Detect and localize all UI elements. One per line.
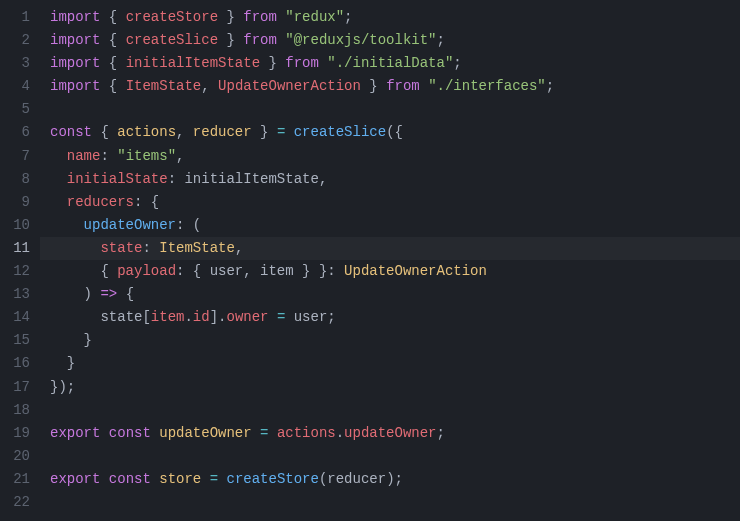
line-number: 7: [0, 145, 30, 168]
token-punc: ;: [437, 32, 445, 48]
token-fn: createSlice: [294, 124, 386, 140]
token-punc: });: [50, 379, 75, 395]
token-punc: ;: [327, 309, 335, 325]
token-id: updateOwner: [344, 425, 436, 441]
code-line[interactable]: import { createStore } from "redux";: [50, 6, 740, 29]
token-punc: }: [260, 55, 285, 71]
token-fn: createStore: [226, 471, 318, 487]
token-punc: [50, 217, 84, 233]
token-punc: [50, 171, 67, 187]
line-number: 22: [0, 491, 30, 514]
token-var: reducer: [327, 471, 386, 487]
code-line[interactable]: ) => {: [50, 283, 740, 306]
token-punc: {: [92, 124, 117, 140]
code-line[interactable]: }: [50, 352, 740, 375]
code-line[interactable]: state: ItemState,: [40, 237, 740, 260]
token-punc: [252, 425, 260, 441]
code-line[interactable]: name: "items",: [50, 145, 740, 168]
code-line[interactable]: updateOwner: (: [50, 214, 740, 237]
token-punc: }: [50, 332, 92, 348]
code-line[interactable]: [50, 98, 740, 121]
token-kw: import: [50, 78, 100, 94]
token-prop: initialState: [67, 171, 168, 187]
token-punc: [100, 425, 108, 441]
code-line[interactable]: initialState: initialItemState,: [50, 168, 740, 191]
line-number: 19: [0, 422, 30, 445]
code-line[interactable]: [50, 491, 740, 514]
token-punc: [268, 425, 276, 441]
token-var: initialItemState: [184, 171, 318, 187]
line-number: 14: [0, 306, 30, 329]
token-type: store: [159, 471, 201, 487]
token-punc: }: [252, 124, 277, 140]
token-punc: [285, 309, 293, 325]
token-punc: : {: [176, 263, 210, 279]
token-punc: [151, 425, 159, 441]
token-id: UpdateOwnerAction: [218, 78, 361, 94]
code-line[interactable]: }: [50, 329, 740, 352]
token-punc: ;: [546, 78, 554, 94]
token-id: createStore: [126, 9, 218, 25]
token-punc: :: [100, 148, 117, 164]
token-str: "./interfaces": [428, 78, 546, 94]
line-number: 13: [0, 283, 30, 306]
token-str: "./initialData": [327, 55, 453, 71]
token-punc: [420, 78, 428, 94]
token-punc: ,: [176, 124, 193, 140]
token-fn: updateOwner: [84, 217, 176, 233]
code-line[interactable]: });: [50, 376, 740, 399]
token-prop: name: [67, 148, 101, 164]
code-line[interactable]: state[item.id].owner = user;: [50, 306, 740, 329]
token-str: "@reduxjs/toolkit": [285, 32, 436, 48]
token-punc: ;: [453, 55, 461, 71]
code-editor[interactable]: 12345678910111213141516171819202122 impo…: [0, 0, 740, 514]
line-number: 9: [0, 191, 30, 214]
line-number: 18: [0, 399, 30, 422]
line-number: 4: [0, 75, 30, 98]
code-line[interactable]: [50, 399, 740, 422]
token-punc: ;: [437, 425, 445, 441]
code-line[interactable]: import { initialItemState } from "./init…: [50, 52, 740, 75]
token-id: id: [193, 309, 210, 325]
token-punc: }: [218, 32, 243, 48]
token-punc: [269, 309, 277, 325]
token-arr: =>: [100, 286, 117, 302]
code-line[interactable]: export const updateOwner = actions.updat…: [50, 422, 740, 445]
token-punc: {: [100, 78, 125, 94]
token-eq: =: [210, 471, 218, 487]
code-line[interactable]: import { ItemState, UpdateOwnerAction } …: [50, 75, 740, 98]
line-number: 3: [0, 52, 30, 75]
code-line[interactable]: [50, 445, 740, 468]
token-id: ItemState: [126, 78, 202, 94]
line-number: 17: [0, 376, 30, 399]
token-punc: [151, 471, 159, 487]
line-number: 1: [0, 6, 30, 29]
code-line[interactable]: const { actions, reducer } = createSlice…: [50, 121, 740, 144]
token-punc: }: [361, 78, 386, 94]
code-line[interactable]: export const store = createStore(reducer…: [50, 468, 740, 491]
token-punc: ,: [176, 148, 184, 164]
token-punc: ): [50, 286, 100, 302]
token-punc: ,: [235, 240, 243, 256]
token-id: owner: [226, 309, 268, 325]
token-punc: {: [50, 263, 117, 279]
line-number: 6: [0, 121, 30, 144]
code-line[interactable]: reducers: {: [50, 191, 740, 214]
token-str: "items": [117, 148, 176, 164]
token-var: user: [294, 309, 328, 325]
code-line[interactable]: import { createSlice } from "@reduxjs/to…: [50, 29, 740, 52]
line-number: 2: [0, 29, 30, 52]
token-punc: [100, 471, 108, 487]
code-area[interactable]: import { createStore } from "redux";impo…: [40, 6, 740, 514]
token-punc: [50, 194, 67, 210]
token-punc: [50, 148, 67, 164]
token-prop: state: [100, 240, 142, 256]
token-prop: payload: [117, 263, 176, 279]
token-punc: {: [100, 9, 125, 25]
token-type: updateOwner: [159, 425, 251, 441]
token-punc: }: [218, 9, 243, 25]
token-kw: const: [50, 124, 92, 140]
token-punc: );: [386, 471, 403, 487]
token-str: "redux": [285, 9, 344, 25]
code-line[interactable]: { payload: { user, item } }: UpdateOwner…: [50, 260, 740, 283]
